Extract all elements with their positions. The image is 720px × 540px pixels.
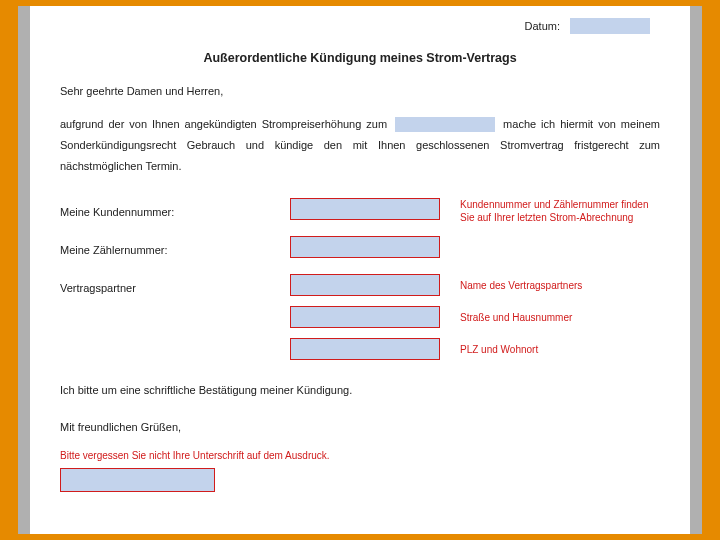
form-area: Meine Kundennummer: Kundennummer und Zäh… bbox=[60, 198, 660, 368]
vertragspartner-label: Vertragspartner bbox=[60, 280, 136, 297]
date-field[interactable] bbox=[570, 18, 650, 34]
vertragspartner-name-hint: Name des Vertragspartners bbox=[460, 279, 582, 292]
intro-paragraph: aufgrund der von Ihnen angekündigten Str… bbox=[60, 114, 660, 177]
signature-field[interactable] bbox=[60, 468, 215, 492]
document-page: Datum: Außerordentliche Kündigung meines… bbox=[30, 6, 690, 534]
vertragspartner-strasse-field[interactable] bbox=[290, 306, 440, 328]
zaehlernummer-field[interactable] bbox=[290, 236, 440, 258]
vertragspartner-plz-field[interactable] bbox=[290, 338, 440, 360]
kundennummer-hint: Kundennummer und Zählernummer finden Sie… bbox=[460, 198, 660, 224]
kundennummer-field[interactable] bbox=[290, 198, 440, 220]
price-increase-date-field[interactable] bbox=[395, 117, 495, 132]
salutation: Sehr geehrte Damen und Herren, bbox=[60, 83, 660, 100]
closing: Mit freundlichen Grüßen, bbox=[60, 419, 660, 436]
page-title: Außerordentliche Kündigung meines Strom-… bbox=[60, 49, 660, 68]
vertragspartner-strasse-hint: Straße und Hausnummer bbox=[460, 311, 572, 324]
vertragspartner-plz-hint: PLZ und Wohnort bbox=[460, 343, 538, 356]
zaehlernummer-label: Meine Zählernummer: bbox=[60, 242, 168, 259]
kundennummer-label: Meine Kundennummer: bbox=[60, 204, 174, 221]
date-row: Datum: bbox=[60, 18, 650, 35]
date-label: Datum: bbox=[525, 18, 560, 35]
confirmation-request: Ich bitte um eine schriftliche Bestätigu… bbox=[60, 382, 660, 399]
para-before: aufgrund der von Ihnen angekündigten Str… bbox=[60, 118, 392, 130]
vertragspartner-name-field[interactable] bbox=[290, 274, 440, 296]
signature-hint: Bitte vergessen Sie nicht Ihre Unterschr… bbox=[60, 449, 660, 462]
